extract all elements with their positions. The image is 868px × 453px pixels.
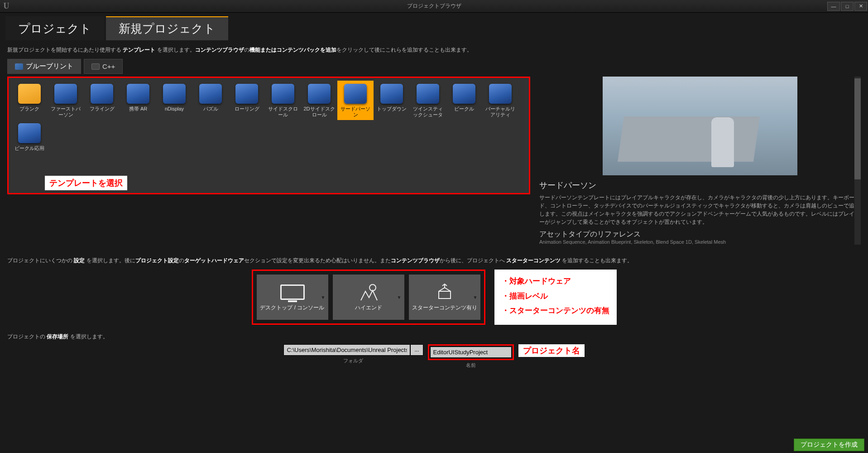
minimize-button[interactable]: — bbox=[827, 2, 840, 11]
help-text-1: 新規プロジェクトを開始するにあたり使用する テンプレート を選択します。コンテン… bbox=[7, 46, 861, 54]
box-icon bbox=[432, 283, 457, 301]
template-item[interactable]: ブランク bbox=[11, 81, 48, 120]
chevron-down-icon: ▼ bbox=[397, 295, 402, 300]
tab-cpp-label: C++ bbox=[102, 63, 115, 70]
annotation-settings: ・対象ハードウェア ・描画レベル ・スターターコンテンツの有無 bbox=[494, 270, 617, 325]
preview-panel: サードパーソン サードパーソンテンプレートにはプレイアブルキャラクタが存在し、カ… bbox=[539, 77, 861, 245]
tab-blueprint-label: ブルーブリント bbox=[26, 62, 73, 71]
template-item[interactable]: ツインスティックシュータ bbox=[410, 81, 446, 120]
template-label: nDisplay bbox=[157, 106, 192, 112]
unreal-logo-icon: U bbox=[0, 0, 13, 13]
preview-scrollbar[interactable] bbox=[854, 77, 861, 245]
asset-type-body: Animation Sequence, Animation Blueprint,… bbox=[539, 239, 861, 245]
template-grid: ブランクファーストパーソンフライング携帯 ARnDisplayパズルローリングサ… bbox=[7, 77, 530, 194]
template-item[interactable]: ビークル応用 bbox=[11, 120, 48, 153]
tab-projects[interactable]: プロジェクト bbox=[5, 16, 104, 40]
sub-tabs: ブルーブリント C++ bbox=[7, 59, 861, 74]
template-item[interactable]: トップダウン bbox=[374, 81, 410, 120]
template-label: ファーストパーソン bbox=[48, 106, 83, 118]
template-thumb-icon bbox=[377, 82, 406, 105]
folder-label: フォルダ bbox=[343, 357, 363, 364]
preview-image bbox=[603, 77, 797, 175]
template-item[interactable]: サードパーソン bbox=[337, 81, 374, 120]
template-label: サイドスクロール bbox=[266, 106, 300, 118]
create-project-button[interactable]: プロジェクトを作成 bbox=[794, 439, 864, 451]
setting-quality-label: ハイエンド bbox=[355, 304, 382, 312]
help-text-3: プロジェクトの 保存場所 を選択します。 bbox=[7, 333, 861, 341]
template-thumb-icon bbox=[450, 82, 479, 105]
quality-icon bbox=[356, 283, 381, 301]
template-label: フライング bbox=[85, 106, 119, 112]
template-item[interactable]: フライング bbox=[84, 81, 120, 120]
tab-new-project[interactable]: 新規プロジェクト bbox=[106, 16, 228, 40]
template-label: ローリング bbox=[230, 106, 264, 112]
template-label: パズル bbox=[193, 106, 228, 112]
template-thumb-icon bbox=[15, 122, 44, 145]
template-label: バーチャルリアリティ bbox=[483, 106, 518, 118]
template-thumb-icon bbox=[305, 82, 334, 105]
annotation-project-name: プロジェクト名 bbox=[518, 344, 585, 357]
cpp-icon bbox=[91, 63, 100, 70]
template-item[interactable]: ビークル bbox=[446, 81, 482, 120]
preview-description: サードパーソンテンプレートにはプレイアブルキャラクタが存在し、カメラがキャラクタ… bbox=[539, 193, 861, 226]
setting-hardware[interactable]: デスクトップ / コンソール ▼ bbox=[257, 275, 328, 320]
template-label: ビークル応用 bbox=[12, 145, 47, 151]
template-label: ツインスティックシュータ bbox=[411, 106, 445, 118]
template-item[interactable]: 2Dサイドスクロール bbox=[301, 81, 337, 120]
chevron-down-icon: ▼ bbox=[321, 295, 326, 300]
maximize-button[interactable]: □ bbox=[841, 2, 854, 11]
template-item[interactable]: ファーストパーソン bbox=[48, 81, 84, 120]
template-thumb-icon bbox=[269, 82, 297, 105]
template-thumb-icon bbox=[15, 82, 44, 105]
setting-hardware-label: デスクトップ / コンソール bbox=[260, 304, 324, 312]
template-thumb-icon bbox=[160, 82, 189, 105]
chevron-down-icon: ▼ bbox=[473, 295, 478, 300]
asset-type-title: アセットタイプのリファレンス bbox=[539, 230, 861, 239]
template-item[interactable]: パズル bbox=[192, 81, 229, 120]
setting-starter[interactable]: スターターコンテンツ有り ▼ bbox=[409, 275, 480, 320]
template-thumb-icon bbox=[124, 82, 153, 105]
help-text-2: プロジェクトにいくつかの 設定 を選択します。後にプロジェクト設定のターゲットハ… bbox=[7, 256, 861, 265]
template-item[interactable]: 携帯 AR bbox=[120, 81, 156, 120]
template-label: トップダウン bbox=[374, 106, 409, 112]
template-thumb-icon bbox=[51, 82, 80, 105]
template-thumb-icon bbox=[196, 82, 225, 105]
template-label: ビークル bbox=[447, 106, 481, 112]
template-label: サードパーソン bbox=[338, 106, 373, 118]
title-bar: U プロジェクトブラウザ — □ ✕ bbox=[0, 0, 868, 13]
template-item[interactable]: nDisplay bbox=[156, 81, 192, 120]
main-tabs: プロジェクト 新規プロジェクト bbox=[0, 13, 868, 40]
setting-starter-label: スターターコンテンツ有り bbox=[412, 304, 477, 312]
template-label: ブランク bbox=[12, 106, 47, 112]
desktop-icon bbox=[280, 283, 305, 301]
tab-cpp[interactable]: C++ bbox=[84, 59, 123, 74]
browse-button[interactable]: ... bbox=[410, 344, 423, 356]
template-thumb-icon bbox=[232, 82, 261, 105]
template-thumb-icon bbox=[341, 82, 370, 105]
setting-quality[interactable]: ハイエンド ▼ bbox=[333, 275, 404, 320]
blueprint-icon bbox=[15, 63, 23, 70]
project-name-input[interactable] bbox=[430, 347, 512, 358]
name-box-highlight bbox=[428, 344, 514, 360]
window-title: プロジェクトブラウザ bbox=[407, 2, 461, 10]
template-label: 携帯 AR bbox=[121, 106, 155, 112]
preview-title: サードパーソン bbox=[539, 180, 861, 191]
template-item[interactable]: サイドスクロール bbox=[265, 81, 301, 120]
template-thumb-icon bbox=[87, 82, 116, 105]
folder-input[interactable] bbox=[283, 344, 410, 356]
close-button[interactable]: ✕ bbox=[854, 2, 867, 11]
tab-blueprint[interactable]: ブルーブリント bbox=[7, 59, 81, 74]
template-thumb-icon bbox=[413, 82, 442, 105]
template-label: 2Dサイドスクロール bbox=[302, 106, 336, 118]
annotation-template-select: テンプレートを選択 bbox=[45, 176, 127, 190]
name-label: 名前 bbox=[466, 362, 476, 369]
template-thumb-icon bbox=[486, 82, 515, 105]
template-item[interactable]: バーチャルリアリティ bbox=[482, 81, 518, 120]
settings-box: デスクトップ / コンソール ▼ ハイエンド ▼ スターターコンテンツ有り ▼ bbox=[252, 270, 485, 325]
template-item[interactable]: ローリング bbox=[229, 81, 265, 120]
